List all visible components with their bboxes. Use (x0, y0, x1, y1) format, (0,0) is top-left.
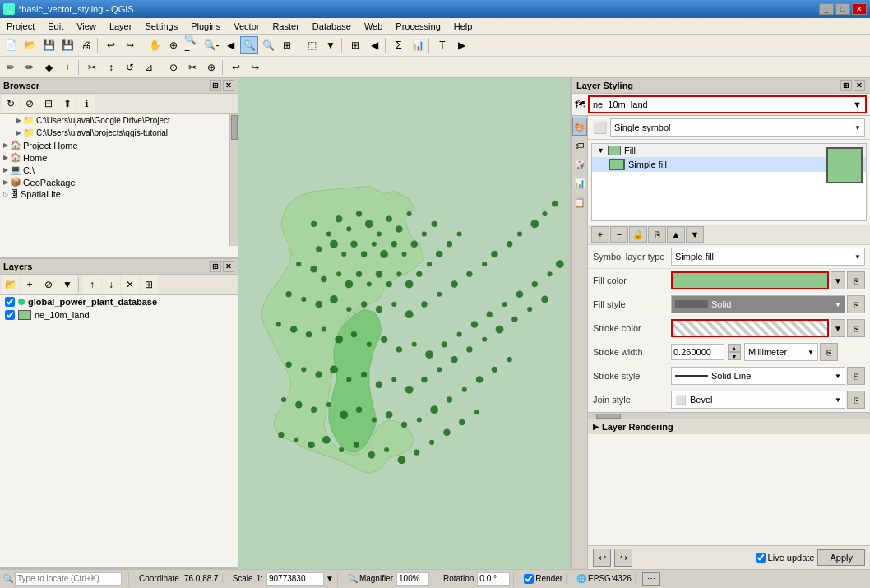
scale-input[interactable] (266, 572, 324, 586)
open-project-button[interactable]: 📂 (21, 36, 39, 54)
layers-close-button[interactable]: ✕ (223, 261, 234, 272)
node-button[interactable]: ◆ (39, 58, 58, 76)
stats-button[interactable]: Σ (390, 36, 408, 54)
digitize-button[interactable]: ✏ (2, 58, 20, 76)
fill-color-button[interactable] (671, 271, 829, 289)
stroke-style-dropdown[interactable]: Solid Line ▼ (671, 367, 845, 385)
label-icon-button[interactable]: 🏷 (572, 137, 587, 155)
redo2-button[interactable]: ↪ (246, 58, 264, 76)
fill-color-copy-button[interactable]: ⎘ (847, 271, 865, 289)
magnifier-input[interactable] (396, 572, 429, 586)
layer-item-land[interactable]: ne_10m_land (0, 308, 238, 322)
menu-plugins[interactable]: Plugins (187, 21, 224, 32)
apply-button[interactable]: Apply (817, 549, 865, 566)
select2-button[interactable]: ▼ (322, 36, 340, 54)
browser-item-qgis[interactable]: ▶ 📁 C:\Users\ujaval\projects\qgis-tutori… (0, 127, 238, 139)
remove-layer-sym-button[interactable]: − (610, 226, 628, 243)
stroke-width-unit-dropdown[interactable]: Millimeter ▼ (744, 343, 818, 361)
stroke-color-copy-button[interactable]: ⎘ (847, 319, 865, 337)
zoom-out2-button[interactable]: 🔍 (259, 36, 277, 54)
stroke-color-menu-button[interactable]: ▼ (831, 319, 845, 337)
open-layer-button[interactable]: 📂 (2, 275, 20, 294)
render-checkbox[interactable] (524, 574, 534, 584)
split-button[interactable]: ✂ (183, 58, 201, 76)
text-button[interactable]: T (433, 36, 451, 54)
fill-color-menu-button[interactable]: ▼ (831, 271, 845, 289)
simple-fill-row[interactable]: Simple fill (592, 157, 866, 172)
stroke-style-copy-button[interactable]: ⎘ (847, 367, 865, 385)
print-button[interactable]: 🖨 (77, 36, 95, 54)
browser-undock-button[interactable]: ⊞ (210, 80, 221, 91)
select-button[interactable]: ⬚ (303, 36, 321, 54)
undo-button[interactable]: ↩ (102, 36, 120, 54)
zoom-more-button[interactable]: ◀ (221, 36, 239, 54)
undo2-button[interactable]: ↩ (227, 58, 245, 76)
stroke-width-down[interactable]: ▼ (728, 352, 741, 360)
zoom-extent-button[interactable]: ⊞ (278, 36, 296, 54)
epsg-settings-button[interactable]: ⋯ (642, 572, 660, 586)
menu-edit[interactable]: Edit (44, 21, 67, 32)
layer-button[interactable]: ⊞ (346, 36, 364, 54)
stroke-width-up[interactable]: ▲ (728, 344, 741, 352)
styling-undock-button[interactable]: ⊞ (840, 80, 852, 91)
symbol-type-dropdown[interactable]: Single symbol ▼ (610, 118, 865, 137)
scale-dropdown-arrow[interactable]: ▼ (326, 574, 334, 583)
browser-info-button[interactable]: ℹ (77, 95, 95, 113)
duplicate-layer-sym-button[interactable]: ⎘ (648, 226, 666, 243)
add-layer-button[interactable]: + (21, 275, 39, 294)
layer-selector-dropdown[interactable]: ne_10m_land ▼ (588, 95, 867, 113)
join-style-copy-button[interactable]: ⎘ (847, 391, 865, 409)
pencil-button[interactable]: ✏ (21, 58, 39, 76)
menu-settings[interactable]: Settings (141, 21, 181, 32)
stroke-width-copy-button[interactable]: ⎘ (820, 343, 838, 361)
save-project-button[interactable]: 💾 (39, 36, 58, 54)
chart-button[interactable]: 📊 (409, 36, 427, 54)
browser-close-button[interactable]: ✕ (223, 80, 234, 91)
browser-item-projecthome[interactable]: ▶ 🏠 Project Home (0, 139, 238, 151)
browser-parent-button[interactable]: ⬆ (58, 95, 76, 113)
symbol-layer-type-dropdown[interactable]: Simple fill ▼ (671, 248, 865, 266)
paint-icon-button[interactable]: 🎨 (572, 118, 587, 136)
browser-item-c[interactable]: ▶ 💻 C:\ (0, 164, 238, 176)
menu-vector[interactable]: Vector (230, 21, 262, 32)
menu-database[interactable]: Database (309, 21, 354, 32)
layer2-button[interactable]: ◀ (365, 36, 383, 54)
layer-more-button[interactable]: ▼ (58, 275, 76, 294)
locate-input[interactable] (15, 572, 122, 586)
browser-item-geopkg[interactable]: ▶ 📦 GeoPackage (0, 176, 238, 188)
group-button[interactable]: ⊞ (140, 275, 158, 294)
redo-styling-button[interactable]: ↪ (614, 549, 632, 567)
move-down-button[interactable]: ↓ (102, 275, 120, 294)
layer-item-power[interactable]: global_power_plant_database (0, 295, 238, 308)
maximize-button[interactable]: □ (835, 3, 850, 15)
layer-rendering-section[interactable]: ▶ Layer Rendering (588, 419, 870, 434)
ring-button[interactable]: ⊙ (164, 58, 183, 76)
close-button[interactable]: ✕ (852, 3, 867, 15)
menu-view[interactable]: View (73, 21, 99, 32)
browser-filter-button[interactable]: ⊘ (21, 95, 39, 113)
stroke-width-input[interactable] (671, 344, 724, 360)
layers-undock-button[interactable]: ⊞ (210, 261, 221, 272)
pan-to-selection-button[interactable]: ⊕ (164, 36, 183, 54)
merge-button[interactable]: ⊕ (202, 58, 220, 76)
move-button[interactable]: ↕ (102, 58, 120, 76)
move-down-sym-button[interactable]: ▼ (686, 226, 704, 243)
zoom-out-button[interactable]: 🔍- (202, 36, 220, 54)
browser-item-gdrive[interactable]: ▶ 📁 C:\Users\ujaval\Google Drive\Project (0, 114, 238, 127)
add-feature-button[interactable]: + (58, 58, 76, 76)
menu-layer[interactable]: Layer (106, 21, 136, 32)
source-icon-button[interactable]: 📋 (572, 193, 587, 211)
diagram-icon-button[interactable]: 📊 (572, 174, 587, 192)
menu-raster[interactable]: Raster (269, 21, 302, 32)
browser-item-home[interactable]: ▶ 🏠 Home (0, 151, 238, 164)
join-style-dropdown[interactable]: ⬜ Bevel ▼ (671, 391, 845, 409)
fill-style-copy-button[interactable]: ⎘ (847, 295, 865, 313)
more-button[interactable]: ▶ (452, 36, 470, 54)
menu-help[interactable]: Help (451, 21, 476, 32)
identify-button[interactable]: 🔍 (240, 36, 258, 54)
horizontal-scrollbar[interactable] (588, 412, 870, 419)
3d-icon-button[interactable]: 🎲 (572, 155, 587, 174)
browser-refresh-button[interactable]: ↻ (2, 95, 20, 113)
menu-web[interactable]: Web (361, 21, 386, 32)
delete-button[interactable]: ✂ (83, 58, 101, 76)
